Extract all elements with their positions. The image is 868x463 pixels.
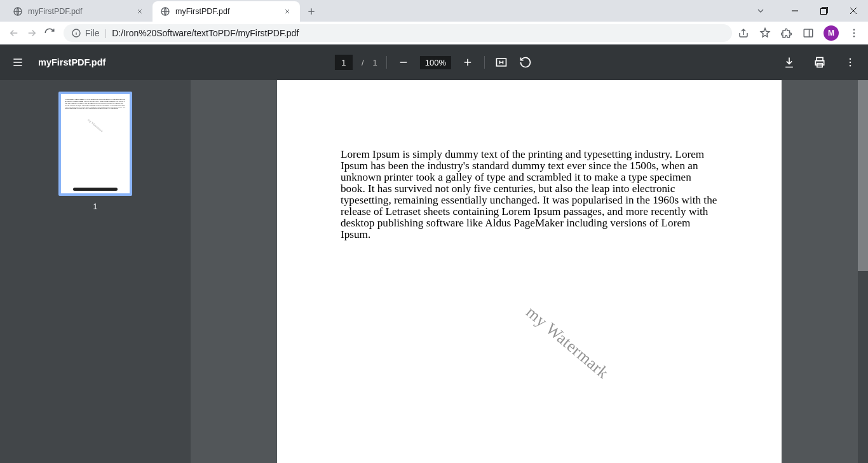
vertical-scrollbar[interactable] xyxy=(858,80,868,463)
thumbnail-pane: Lorem Ipsum is simply dummy text of the … xyxy=(0,80,191,463)
zoom-level: 100% xyxy=(420,56,451,69)
svg-rect-5 xyxy=(804,29,813,37)
thumbnail-preview-text: Lorem Ipsum is simply dummy text of the … xyxy=(61,94,130,110)
tab-strip: myFirstPDF.pdf myFirstPDF.pdf xyxy=(0,0,868,22)
rotate-button[interactable] xyxy=(518,55,533,70)
zoom-in-button[interactable] xyxy=(460,55,475,70)
toolbar-divider xyxy=(484,56,485,69)
toolbar: File | D:/Iron%20Software/textToPDF/myFi… xyxy=(0,22,868,45)
scrollbar-thumb[interactable] xyxy=(858,80,868,271)
page-body-text: Lorem Ipsum is simply dummy text of the … xyxy=(341,149,718,241)
svg-point-7 xyxy=(853,32,855,33)
pdf-center-controls: / 1 100% xyxy=(335,55,533,70)
pdf-toolbar-right xyxy=(782,55,858,70)
url-path: D:/Iron%20Software/textToPDF/myFirstPDF.… xyxy=(112,28,299,38)
minimize-button[interactable] xyxy=(780,0,810,22)
bookmark-icon[interactable] xyxy=(759,27,771,39)
page-thumbnail[interactable]: Lorem Ipsum is simply dummy text of the … xyxy=(58,92,132,196)
tab-title: myFirstPDF.pdf xyxy=(175,7,229,16)
toolbar-right: M xyxy=(737,25,863,41)
pdf-toolbar: myFirstPDF.pdf / 1 100% xyxy=(0,45,868,80)
share-icon[interactable] xyxy=(737,27,750,39)
kebab-menu-icon[interactable] xyxy=(848,27,860,39)
url-scheme: File xyxy=(85,28,100,38)
page-watermark: my Watermark xyxy=(522,303,613,383)
page-number-input[interactable] xyxy=(335,55,353,70)
avatar-initial: M xyxy=(828,29,834,38)
download-button[interactable] xyxy=(782,55,797,70)
info-icon xyxy=(71,28,81,38)
url-separator: | xyxy=(105,28,107,38)
pdf-body: Lorem Ipsum is simply dummy text of the … xyxy=(0,80,868,463)
svg-point-13 xyxy=(850,59,851,60)
globe-icon xyxy=(13,6,23,17)
globe-icon xyxy=(160,6,170,17)
thumbnail-page-number: 1 xyxy=(93,202,98,211)
zoom-out-button[interactable] xyxy=(396,55,411,70)
fit-page-button[interactable] xyxy=(494,55,509,70)
pdf-page: Lorem Ipsum is simply dummy text of the … xyxy=(277,80,782,463)
thumbnail-watermark: my Watermark xyxy=(87,118,104,133)
window-controls xyxy=(746,0,868,22)
pdf-viewer: myFirstPDF.pdf / 1 100% Lorem Ipsum is s… xyxy=(0,45,868,463)
pdf-canvas[interactable]: Lorem Ipsum is simply dummy text of the … xyxy=(191,80,868,463)
svg-point-14 xyxy=(850,62,851,63)
thumbnail-footer-bar xyxy=(73,188,118,191)
address-bar[interactable]: File | D:/Iron%20Software/textToPDF/myFi… xyxy=(64,24,732,42)
svg-rect-3 xyxy=(821,9,827,15)
close-tab-button[interactable] xyxy=(135,6,145,17)
page-total: 1 xyxy=(373,58,377,67)
svg-point-8 xyxy=(853,36,855,37)
browser-tab-active[interactable]: myFirstPDF.pdf xyxy=(153,1,300,22)
reload-button[interactable] xyxy=(41,24,58,42)
close-window-button[interactable] xyxy=(839,0,868,22)
close-tab-button[interactable] xyxy=(282,6,292,17)
svg-point-15 xyxy=(850,65,851,66)
extensions-icon[interactable] xyxy=(780,27,793,39)
back-button[interactable] xyxy=(5,24,23,42)
toolbar-divider xyxy=(386,56,387,69)
more-menu-button[interactable] xyxy=(843,55,858,70)
pdf-title: myFirstPDF.pdf xyxy=(38,57,105,67)
browser-tab[interactable]: myFirstPDF.pdf xyxy=(5,1,153,22)
maximize-button[interactable] xyxy=(810,0,839,22)
new-tab-button[interactable] xyxy=(302,3,320,20)
tab-search-button[interactable] xyxy=(746,0,775,22)
sidebar-toggle-button[interactable] xyxy=(10,55,25,70)
page-separator: / xyxy=(362,58,364,67)
profile-avatar[interactable]: M xyxy=(824,25,839,41)
svg-point-6 xyxy=(853,29,855,30)
sidepanel-icon[interactable] xyxy=(802,27,815,39)
forward-button[interactable] xyxy=(23,24,41,42)
tab-title: myFirstPDF.pdf xyxy=(28,7,82,16)
print-button[interactable] xyxy=(812,55,827,70)
